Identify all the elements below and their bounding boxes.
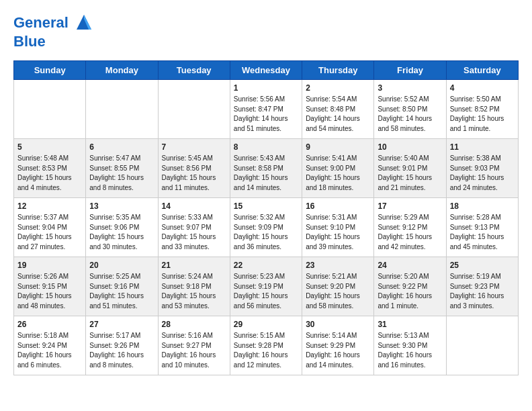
day-number: 2: [306, 83, 370, 93]
day-info: Sunrise: 5:56 AMSunset: 8:47 PMDaylight:…: [234, 95, 298, 134]
calendar-cell: 17Sunrise: 5:29 AMSunset: 9:12 PMDayligh…: [374, 198, 446, 257]
day-info: Sunrise: 5:32 AMSunset: 9:09 PMDaylight:…: [234, 213, 298, 252]
day-info: Sunrise: 5:23 AMSunset: 9:19 PMDaylight:…: [234, 272, 298, 311]
calendar-cell: 28Sunrise: 5:16 AMSunset: 9:27 PMDayligh…: [158, 316, 230, 375]
day-info: Sunrise: 5:38 AMSunset: 9:03 PMDaylight:…: [450, 154, 515, 193]
calendar-cell: 23Sunrise: 5:21 AMSunset: 9:20 PMDayligh…: [302, 257, 374, 316]
calendar-cell: 10Sunrise: 5:40 AMSunset: 9:01 PMDayligh…: [374, 139, 446, 198]
col-header-friday: Friday: [374, 61, 446, 80]
logo: General Blue: [13, 13, 94, 50]
day-number: 31: [378, 320, 442, 329]
day-info: Sunrise: 5:50 AMSunset: 8:52 PMDaylight:…: [450, 95, 515, 134]
day-number: 3: [378, 83, 442, 93]
day-info: Sunrise: 5:21 AMSunset: 9:20 PMDaylight:…: [306, 272, 370, 311]
logo-blue: Blue: [13, 34, 94, 50]
day-number: 23: [306, 261, 370, 270]
calendar-cell: 14Sunrise: 5:33 AMSunset: 9:07 PMDayligh…: [158, 198, 230, 257]
day-number: 7: [162, 142, 226, 152]
calendar-cell: 30Sunrise: 5:14 AMSunset: 9:29 PMDayligh…: [302, 316, 374, 375]
day-number: 20: [89, 261, 154, 270]
day-number: 15: [234, 201, 298, 211]
day-number: 29: [234, 320, 298, 329]
day-number: 4: [450, 83, 515, 93]
day-info: Sunrise: 5:15 AMSunset: 9:28 PMDaylight:…: [234, 331, 298, 370]
day-number: 14: [162, 201, 226, 211]
calendar-cell: [158, 80, 230, 139]
calendar-cell: 31Sunrise: 5:13 AMSunset: 9:30 PMDayligh…: [374, 316, 446, 375]
day-number: 25: [450, 261, 515, 270]
day-info: Sunrise: 5:20 AMSunset: 9:22 PMDaylight:…: [378, 272, 442, 311]
day-number: 24: [378, 261, 442, 270]
calendar-cell: 3Sunrise: 5:52 AMSunset: 8:50 PMDaylight…: [374, 80, 446, 139]
day-info: Sunrise: 5:24 AMSunset: 9:18 PMDaylight:…: [162, 272, 226, 311]
day-number: 18: [450, 201, 515, 211]
col-header-monday: Monday: [86, 61, 158, 80]
day-number: 13: [89, 201, 154, 211]
day-info: Sunrise: 5:18 AMSunset: 9:24 PMDaylight:…: [17, 331, 82, 370]
day-info: Sunrise: 5:37 AMSunset: 9:04 PMDaylight:…: [17, 213, 82, 252]
calendar-cell: 2Sunrise: 5:54 AMSunset: 8:48 PMDaylight…: [302, 80, 374, 139]
calendar-cell: 16Sunrise: 5:31 AMSunset: 9:10 PMDayligh…: [302, 198, 374, 257]
day-number: 27: [89, 320, 154, 329]
col-header-tuesday: Tuesday: [158, 61, 230, 80]
day-info: Sunrise: 5:40 AMSunset: 9:01 PMDaylight:…: [378, 154, 442, 193]
day-number: 10: [378, 142, 442, 152]
day-number: 30: [306, 320, 370, 329]
calendar-cell: 25Sunrise: 5:19 AMSunset: 9:23 PMDayligh…: [446, 257, 518, 316]
day-number: 9: [306, 142, 370, 152]
calendar-cell: [86, 80, 158, 139]
calendar-cell: 22Sunrise: 5:23 AMSunset: 9:19 PMDayligh…: [230, 257, 302, 316]
calendar-cell: 18Sunrise: 5:28 AMSunset: 9:13 PMDayligh…: [446, 198, 518, 257]
day-number: 11: [450, 142, 515, 152]
calendar-week-3: 12Sunrise: 5:37 AMSunset: 9:04 PMDayligh…: [14, 198, 519, 257]
calendar-week-2: 5Sunrise: 5:48 AMSunset: 8:53 PMDaylight…: [14, 139, 519, 198]
calendar-cell: 11Sunrise: 5:38 AMSunset: 9:03 PMDayligh…: [446, 139, 518, 198]
day-info: Sunrise: 5:35 AMSunset: 9:06 PMDaylight:…: [89, 213, 154, 252]
calendar-cell: 1Sunrise: 5:56 AMSunset: 8:47 PMDaylight…: [230, 80, 302, 139]
calendar-cell: 24Sunrise: 5:20 AMSunset: 9:22 PMDayligh…: [374, 257, 446, 316]
calendar-table: SundayMondayTuesdayWednesdayThursdayFrid…: [13, 60, 519, 375]
day-number: 17: [378, 201, 442, 211]
day-info: Sunrise: 5:31 AMSunset: 9:10 PMDaylight:…: [306, 213, 370, 252]
day-info: Sunrise: 5:16 AMSunset: 9:27 PMDaylight:…: [162, 331, 226, 370]
calendar-cell: 9Sunrise: 5:41 AMSunset: 9:00 PMDaylight…: [302, 139, 374, 198]
day-info: Sunrise: 5:41 AMSunset: 9:00 PMDaylight:…: [306, 154, 370, 193]
logo-text: General: [13, 13, 94, 34]
calendar-cell: [14, 80, 86, 139]
day-number: 8: [234, 142, 298, 152]
col-header-thursday: Thursday: [302, 61, 374, 80]
day-info: Sunrise: 5:14 AMSunset: 9:29 PMDaylight:…: [306, 331, 370, 370]
day-number: 21: [162, 261, 226, 270]
calendar-cell: 8Sunrise: 5:43 AMSunset: 8:58 PMDaylight…: [230, 139, 302, 198]
day-info: Sunrise: 5:26 AMSunset: 9:15 PMDaylight:…: [17, 272, 82, 311]
calendar-cell: 15Sunrise: 5:32 AMSunset: 9:09 PMDayligh…: [230, 198, 302, 257]
day-info: Sunrise: 5:17 AMSunset: 9:26 PMDaylight:…: [89, 331, 154, 370]
calendar-week-5: 26Sunrise: 5:18 AMSunset: 9:24 PMDayligh…: [14, 316, 519, 375]
day-info: Sunrise: 5:29 AMSunset: 9:12 PMDaylight:…: [378, 213, 442, 252]
calendar-header-row: SundayMondayTuesdayWednesdayThursdayFrid…: [14, 61, 519, 80]
day-number: 5: [17, 142, 82, 152]
day-number: 28: [162, 320, 226, 329]
day-info: Sunrise: 5:25 AMSunset: 9:16 PMDaylight:…: [89, 272, 154, 311]
day-info: Sunrise: 5:48 AMSunset: 8:53 PMDaylight:…: [17, 154, 82, 193]
calendar-week-4: 19Sunrise: 5:26 AMSunset: 9:15 PMDayligh…: [14, 257, 519, 316]
day-info: Sunrise: 5:54 AMSunset: 8:48 PMDaylight:…: [306, 95, 370, 134]
day-info: Sunrise: 5:43 AMSunset: 8:58 PMDaylight:…: [234, 154, 298, 193]
day-number: 16: [306, 201, 370, 211]
calendar-cell: [446, 316, 518, 375]
calendar-week-1: 1Sunrise: 5:56 AMSunset: 8:47 PMDaylight…: [14, 80, 519, 139]
day-info: Sunrise: 5:28 AMSunset: 9:13 PMDaylight:…: [450, 213, 515, 252]
col-header-wednesday: Wednesday: [230, 61, 302, 80]
calendar-cell: 7Sunrise: 5:45 AMSunset: 8:56 PMDaylight…: [158, 139, 230, 198]
calendar-cell: 20Sunrise: 5:25 AMSunset: 9:16 PMDayligh…: [86, 257, 158, 316]
logo-general: General: [13, 14, 69, 31]
logo-icon: [74, 12, 94, 32]
day-number: 22: [234, 261, 298, 270]
calendar-cell: 12Sunrise: 5:37 AMSunset: 9:04 PMDayligh…: [14, 198, 86, 257]
calendar-cell: 26Sunrise: 5:18 AMSunset: 9:24 PMDayligh…: [14, 316, 86, 375]
calendar-cell: 13Sunrise: 5:35 AMSunset: 9:06 PMDayligh…: [86, 198, 158, 257]
day-info: Sunrise: 5:19 AMSunset: 9:23 PMDaylight:…: [450, 272, 515, 311]
col-header-sunday: Sunday: [14, 61, 86, 80]
day-number: 19: [17, 261, 82, 270]
day-info: Sunrise: 5:52 AMSunset: 8:50 PMDaylight:…: [378, 95, 442, 134]
